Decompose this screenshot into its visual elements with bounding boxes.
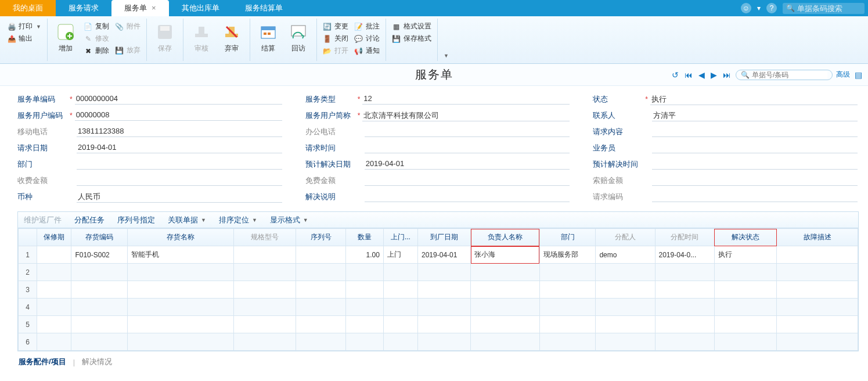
field-mobile[interactable]: 13811123388 xyxy=(77,127,282,137)
col-serial[interactable]: 序列号 xyxy=(296,229,346,246)
field-fee[interactable] xyxy=(77,175,282,186)
caret-down-icon[interactable]: ▾ xyxy=(757,4,761,12)
cell-serial[interactable] xyxy=(296,281,346,299)
field-estdate[interactable]: 2019-04-01 xyxy=(365,159,570,170)
cell-assigntime[interactable]: 2019-04-0... xyxy=(655,246,714,264)
cell-invcode[interactable] xyxy=(71,316,128,333)
field-ucode[interactable]: 00000008 xyxy=(75,110,282,121)
cell-status[interactable] xyxy=(714,316,777,333)
field-currency[interactable]: 人民币 xyxy=(77,192,282,203)
cell-fault[interactable] xyxy=(777,264,858,281)
cell-warranty[interactable] xyxy=(37,333,71,351)
field-uname[interactable]: 北京清平科技有限公司 xyxy=(362,110,570,121)
cell-assignee[interactable]: demo xyxy=(596,246,655,264)
cell-invname[interactable] xyxy=(128,264,234,281)
cell-visit[interactable] xyxy=(383,299,417,316)
field-reqcontent[interactable] xyxy=(652,127,858,137)
action-sort-locate[interactable]: 排序定位▼ xyxy=(219,215,257,225)
cell-qty[interactable] xyxy=(346,299,384,316)
col-assigntime[interactable]: 分配时间 xyxy=(655,229,714,246)
cell-arrdate[interactable] xyxy=(418,299,471,316)
cell-arrdate[interactable]: 2019-04-01 xyxy=(418,246,471,264)
cell-qty[interactable]: 1.00 xyxy=(346,246,384,264)
cell-dept[interactable] xyxy=(539,333,596,351)
prev-record-icon[interactable]: ◀ xyxy=(697,70,706,80)
close-icon[interactable]: × xyxy=(152,3,156,12)
record-search[interactable]: 🔍 xyxy=(736,70,833,80)
bottom-tab-solution[interactable]: 解决情况 xyxy=(77,355,117,369)
field-reqtime[interactable] xyxy=(365,143,570,153)
cell-owner[interactable] xyxy=(471,299,539,316)
cell-arrdate[interactable] xyxy=(418,264,471,281)
cell-dept[interactable] xyxy=(539,316,596,333)
action-display-format[interactable]: 显示格式▼ xyxy=(270,215,308,225)
field-claim[interactable] xyxy=(652,175,858,186)
action-maintain-return[interactable]: 维护返厂件 xyxy=(24,215,62,225)
save-button[interactable]: 保存 xyxy=(152,21,178,55)
cell-fault[interactable] xyxy=(777,316,858,333)
col-invname[interactable]: 存货名称 xyxy=(128,229,234,246)
cell-fault[interactable] xyxy=(777,299,858,316)
tab-other-out[interactable]: 其他出库单 xyxy=(169,0,232,16)
advanced-link[interactable]: 高级 xyxy=(836,70,850,80)
next-record-icon[interactable]: ▶ xyxy=(709,70,718,80)
tab-desktop[interactable]: 我的桌面 xyxy=(0,0,56,16)
cell-warranty[interactable] xyxy=(37,264,71,281)
tab-service-request[interactable]: 服务请求 xyxy=(56,0,111,16)
delete-button[interactable]: ✖删除 xyxy=(82,45,110,56)
modify-button[interactable]: ✎修改 xyxy=(82,33,110,44)
cell-arrdate[interactable] xyxy=(418,316,471,333)
cell-assigntime[interactable] xyxy=(655,281,714,299)
cell-spec[interactable] xyxy=(233,264,296,281)
table-row[interactable]: 2 xyxy=(19,264,858,281)
approve-button[interactable]: 📝批注 xyxy=(353,21,381,32)
cell-dept[interactable]: 现场服务部 xyxy=(539,246,596,264)
cell-visit[interactable] xyxy=(383,316,417,333)
field-ophone[interactable] xyxy=(365,127,570,137)
table-row[interactable]: 1F010-S002智能手机1.00上门2019-04-01张小海现场服务部de… xyxy=(19,246,858,264)
smile-icon[interactable]: ☺ xyxy=(741,3,751,13)
cell-arrdate[interactable] xyxy=(418,333,471,351)
cell-fault[interactable] xyxy=(777,246,858,264)
settle-button[interactable]: 结算 xyxy=(255,21,282,55)
col-warranty[interactable]: 保修期 xyxy=(37,229,71,246)
cell-invname[interactable] xyxy=(128,281,234,299)
cell-owner[interactable] xyxy=(471,281,539,299)
cell-status[interactable]: 执行 xyxy=(714,246,777,264)
cell-serial[interactable] xyxy=(296,246,346,264)
ribbon-overflow-icon[interactable]: ▼ xyxy=(444,53,449,59)
review-button[interactable]: 审核 xyxy=(188,21,215,55)
cell-spec[interactable] xyxy=(233,281,296,299)
save-format-button[interactable]: 💾保存格式 xyxy=(391,33,433,44)
cell-invcode[interactable] xyxy=(71,281,128,299)
cell-qty[interactable] xyxy=(346,333,384,351)
cell-owner[interactable] xyxy=(471,264,539,281)
cell-invcode[interactable]: F010-S002 xyxy=(71,246,128,264)
action-assign-task[interactable]: 分配任务 xyxy=(74,215,105,225)
cell-dept[interactable] xyxy=(539,299,596,316)
field-solvedesc[interactable] xyxy=(365,192,570,202)
cell-warranty[interactable] xyxy=(37,281,71,299)
cell-invcode[interactable] xyxy=(71,264,128,281)
cell-spec[interactable] xyxy=(233,246,296,264)
cell-invcode[interactable] xyxy=(71,333,128,351)
cell-visit[interactable] xyxy=(383,264,417,281)
cell-invcode[interactable] xyxy=(71,299,128,316)
field-reqdate[interactable]: 2019-04-01 xyxy=(77,143,282,153)
cell-dept[interactable] xyxy=(539,264,596,281)
cell-assigntime[interactable] xyxy=(655,264,714,281)
cell-serial[interactable] xyxy=(296,316,346,333)
cell-spec[interactable] xyxy=(233,299,296,316)
cell-serial[interactable] xyxy=(296,333,346,351)
cell-visit[interactable]: 上门 xyxy=(383,246,417,264)
field-dept[interactable] xyxy=(77,159,282,170)
cell-fault[interactable] xyxy=(777,281,858,299)
bottom-tab-parts[interactable]: 服务配件/项目 xyxy=(14,355,71,369)
cell-fault[interactable] xyxy=(777,333,858,351)
export-button[interactable]: 📤输出 xyxy=(6,33,42,44)
col-visit[interactable]: 上门... xyxy=(383,229,417,246)
cell-spec[interactable] xyxy=(233,333,296,351)
cell-serial[interactable] xyxy=(296,264,346,281)
col-owner[interactable]: 负责人名称 xyxy=(471,229,539,246)
action-related-doc[interactable]: 关联单据▼ xyxy=(168,215,206,225)
